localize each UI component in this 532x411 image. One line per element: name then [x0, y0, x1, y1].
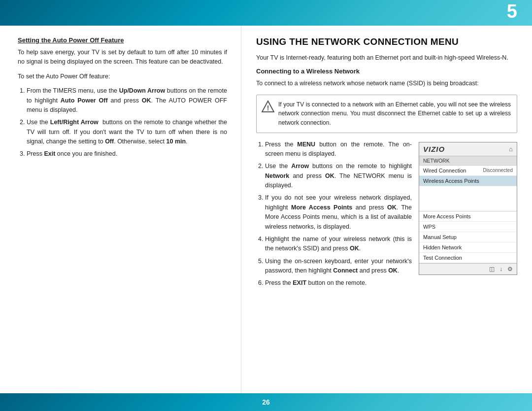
- tv-menu-wps-label: WPS: [423, 224, 435, 230]
- tv-menu-hidden-network-label: Hidden Network: [423, 244, 462, 250]
- tv-menu-wired-label: Wired Connection: [423, 168, 466, 173]
- tv-menu-more-ap-label: More Access Points: [423, 213, 471, 219]
- tv-menu-more-ap: More Access Points: [419, 211, 517, 222]
- right-subsection-heading: Connecting to a Wireless Network: [256, 68, 517, 75]
- tv-menu-hidden-network: Hidden Network: [419, 242, 517, 253]
- left-intro-text: To help save energy, your TV is set by d…: [18, 48, 227, 67]
- left-step-2: Use the Left/Right Arrow buttons on the …: [27, 118, 227, 146]
- tv-vizio-logo: VIZIO: [423, 145, 445, 153]
- tv-home-icon: ⌂: [509, 145, 513, 153]
- tv-menu-manual-setup: Manual Setup: [419, 232, 517, 242]
- right-text-section: VIZIO ⌂ NETWORK Wired Connection Disconn…: [256, 140, 517, 292]
- top-bar: [0, 0, 532, 26]
- tv-menu-section: More Access Points WPS Manual Setup Hidd…: [419, 211, 517, 263]
- tv-menu-test-connection: Test Connection: [419, 253, 517, 263]
- page-number-badge: 5: [507, 2, 517, 21]
- tv-menu-wireless-ap-label: Wireless Access Points: [423, 178, 479, 184]
- tv-menu-wired-value: Disconnected: [483, 168, 513, 173]
- tv-header: VIZIO ⌂: [419, 142, 517, 156]
- tv-bottom-bar: ◫ ↓ ⚙: [419, 263, 517, 274]
- right-intro-text: Your TV is Internet-ready, featuring bot…: [256, 53, 517, 63]
- tv-menu-wps: WPS: [419, 222, 517, 232]
- right-section-title: Using the Network Connection Menu: [256, 36, 517, 47]
- tv-bottom-icon-down: ↓: [499, 266, 502, 273]
- tv-network-label: NETWORK: [419, 156, 517, 166]
- warning-text: If your TV is connected to a network wit…: [278, 101, 511, 126]
- tv-spacer: [419, 186, 517, 211]
- bottom-bar: 26: [0, 393, 532, 411]
- warning-icon: !: [262, 100, 274, 113]
- right-subsection-intro: To connect to a wireless network whose n…: [256, 79, 517, 88]
- tv-menu-wireless-ap: Wireless Access Points: [419, 176, 517, 186]
- left-step-3: Press Exit once you are finished.: [27, 149, 227, 159]
- tv-menu-manual-setup-label: Manual Setup: [423, 234, 457, 240]
- right-step-6: Press the EXIT button on the remote.: [265, 278, 517, 288]
- left-set-feature-label: To set the Auto Power Off feature:: [18, 72, 227, 81]
- tv-menu-wired: Wired Connection Disconnected: [419, 166, 517, 176]
- left-steps-list: From the TIMERS menu, use the Up/Down Ar…: [18, 86, 227, 159]
- tv-ui-mockup: VIZIO ⌂ NETWORK Wired Connection Disconn…: [419, 142, 517, 275]
- tv-menu-test-connection-label: Test Connection: [423, 255, 462, 261]
- right-column: Using the Network Connection Menu Your T…: [241, 26, 532, 393]
- left-column: Setting the Auto Power Off Feature To he…: [0, 26, 241, 393]
- content-area: Setting the Auto Power Off Feature To he…: [0, 26, 532, 393]
- left-section-heading: Setting the Auto Power Off Feature: [18, 36, 227, 44]
- left-step-1: From the TIMERS menu, use the Up/Down Ar…: [27, 86, 227, 115]
- warning-box: ! If your TV is connected to a network w…: [256, 95, 517, 133]
- tv-bottom-icon-screen: ◫: [489, 266, 495, 273]
- svg-text:!: !: [267, 104, 269, 112]
- footer-page-number: 26: [262, 398, 270, 406]
- tv-bottom-icon-gear: ⚙: [507, 266, 513, 273]
